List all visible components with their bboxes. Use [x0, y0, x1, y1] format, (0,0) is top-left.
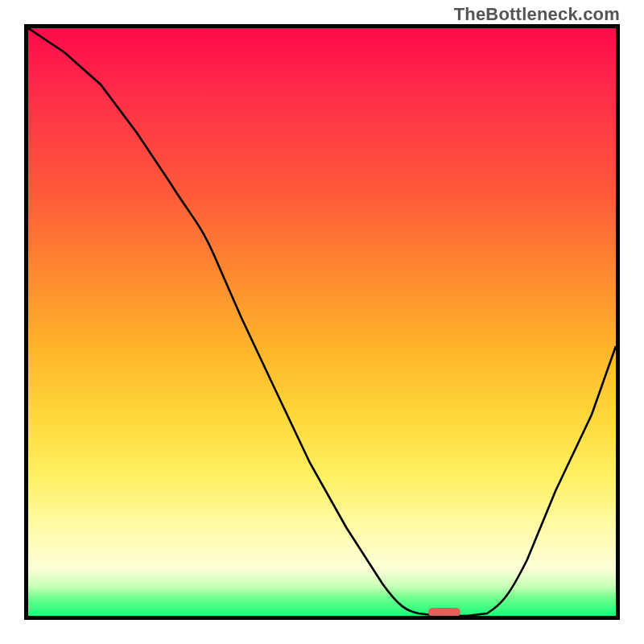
curve-path — [28, 28, 616, 616]
optimal-marker — [428, 608, 460, 617]
watermark-text: TheBottleneck.com — [454, 4, 620, 25]
bottleneck-curve — [28, 28, 616, 616]
plot-area — [24, 24, 620, 620]
chart-container: TheBottleneck.com — [0, 0, 644, 644]
